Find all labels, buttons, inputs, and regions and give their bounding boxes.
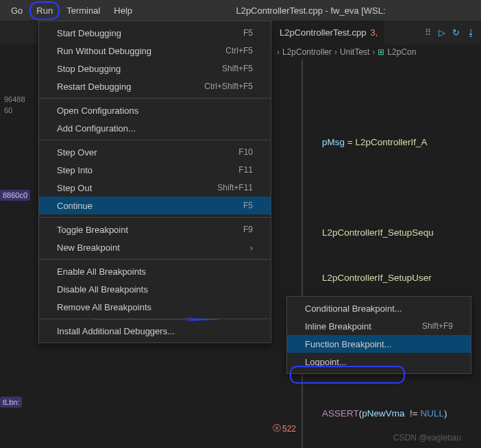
tab-filename: L2pControllerTest.cpp	[280, 27, 366, 38]
menu-restart-debugging[interactable]: Restart DebuggingCtrl+Shift+F5	[39, 77, 271, 95]
menu-add-configuration[interactable]: Add Configuration...	[39, 119, 271, 137]
chevron-right-icon: ›	[277, 47, 280, 57]
refresh-icon[interactable]: ↻	[452, 27, 460, 38]
menu-remove-all-breakpoints[interactable]: Remove All Breakpoints	[39, 298, 271, 316]
breadcrumb-seg[interactable]: L2pController	[282, 47, 332, 57]
chevron-right-icon: ›	[372, 47, 375, 57]
menu-separator	[39, 98, 271, 99]
menu-separator	[39, 217, 271, 218]
menu-terminal[interactable]: Terminal	[61, 3, 106, 18]
indent-guide	[301, 60, 303, 448]
menu-step-into[interactable]: Step IntoF11	[39, 161, 271, 179]
menu-run-without-debugging[interactable]: Run Without DebuggingCtrl+F5	[39, 42, 271, 60]
play-icon[interactable]: ▷	[439, 27, 445, 38]
chevron-right-icon: ›	[334, 47, 337, 57]
menu-disable-all-breakpoints[interactable]: Disable All Breakpoints	[39, 280, 271, 298]
breadcrumb-seg[interactable]: UnitTest	[340, 47, 369, 57]
menu-go[interactable]: Go	[5, 3, 28, 18]
grip-icon[interactable]: ⠿	[425, 27, 432, 38]
tab-problems-count: 3,	[370, 27, 378, 38]
symbol-icon: ⊞	[378, 47, 384, 57]
code-editor[interactable]: pMsg = L2pControllerIf_A L2pControllerIf…	[295, 60, 481, 448]
download-icon[interactable]: ⭳	[467, 27, 476, 38]
menu-logpoint[interactable]: Logpoint...	[287, 353, 471, 371]
gutter-value: 60	[1, 105, 15, 116]
gutter-value: 8860c0	[0, 190, 30, 201]
editor-toolbar: ⠿ ▷ ↻ ⭳	[425, 27, 476, 38]
menu-continue[interactable]: ContinueF5	[39, 197, 271, 214]
menu-function-breakpoint[interactable]: Function Breakpoint...	[287, 335, 471, 353]
menu-new-breakpoint[interactable]: New Breakpoint›	[39, 238, 271, 256]
menu-separator	[39, 140, 271, 140]
menu-help[interactable]: Help	[108, 3, 138, 18]
menu-enable-all-breakpoints[interactable]: Enable All Breakpoints	[39, 262, 271, 280]
menu-open-configurations[interactable]: Open Configurations	[39, 101, 271, 119]
menu-toggle-breakpoint[interactable]: Toggle BreakpointF9	[39, 221, 271, 238]
run-menu-dropdown: Start DebuggingF5 Run Without DebuggingC…	[38, 21, 271, 343]
new-breakpoint-submenu: Conditional Breakpoint... Inline Breakpo…	[286, 296, 471, 374]
menu-run[interactable]: Run	[31, 3, 58, 18]
problems-badge[interactable]: ⓧ 522	[273, 423, 296, 434]
menu-install-debuggers[interactable]: Install Additional Debuggers...	[39, 322, 271, 340]
gutter-value: 96488	[1, 94, 28, 105]
menu-step-over[interactable]: Step OverF10	[39, 143, 271, 161]
menubar: Go Run Terminal Help L2pControllerTest.c…	[0, 0, 481, 21]
chevron-right-icon: ›	[250, 242, 253, 253]
menu-stop-debugging[interactable]: Stop DebuggingShift+F5	[39, 60, 271, 77]
menu-separator	[39, 259, 271, 260]
menu-start-debugging[interactable]: Start DebuggingF5	[39, 24, 271, 42]
menu-separator	[39, 319, 271, 319]
tab-active[interactable]: L2pControllerTest.cpp 3,	[273, 21, 384, 45]
menu-step-out[interactable]: Step OutShift+F11	[39, 179, 271, 197]
window-title: L2pControllerTest.cpp - fw_eva [WSL:	[140, 5, 481, 16]
error-icon: ⓧ	[273, 423, 281, 434]
breadcrumb-seg[interactable]: L2pCon	[387, 47, 416, 57]
menu-conditional-breakpoint[interactable]: Conditional Breakpoint...	[287, 299, 471, 317]
gutter-value: tLbn:	[0, 397, 22, 408]
menu-inline-breakpoint[interactable]: Inline BreakpointShift+F9	[287, 317, 471, 335]
